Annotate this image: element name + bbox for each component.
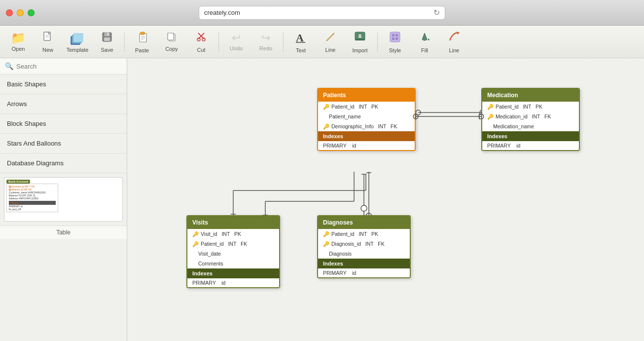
url-bar[interactable]: creately.com ↻	[199, 6, 445, 20]
svg-rect-27	[395, 34, 398, 37]
style-icon	[389, 31, 401, 45]
undo-label: Undo	[230, 45, 243, 51]
svg-rect-13	[168, 33, 174, 40]
patients-header: Patients	[318, 89, 415, 102]
text-button[interactable]: A Text	[286, 28, 315, 56]
template-thumbnail[interactable]: Bank Account ⚿ Account_id INT T FK ⚿ Bra…	[4, 177, 123, 222]
template-button[interactable]: Template	[63, 28, 92, 56]
patients-table[interactable]: Patients 🔑 Patient_id INT PK Patient_nam…	[317, 88, 416, 151]
copy-label: Copy	[165, 46, 178, 52]
key-icon: 🔑	[323, 104, 329, 110]
template-icon	[71, 31, 84, 45]
medication-index-row: PRIMARY id	[482, 141, 579, 150]
template-label: Template	[67, 47, 89, 53]
copy-button[interactable]: Copy	[157, 28, 186, 56]
sidebar-item-label: Block Shapes	[7, 120, 46, 127]
svg-rect-29	[395, 38, 398, 40]
table-row: Diagnosis	[318, 249, 410, 259]
search-input[interactable]	[16, 63, 122, 70]
open-button[interactable]: 📁 Open	[4, 28, 33, 56]
svg-rect-28	[392, 38, 394, 40]
sidebar: 🔍 Basic Shapes Arrows Block Shapes Stars…	[0, 58, 127, 341]
import-button[interactable]: Import	[346, 28, 374, 56]
open-label: Open	[12, 46, 25, 52]
sidebar-item-label: Basic Shapes	[7, 80, 46, 88]
url-text: creately.com	[204, 9, 240, 16]
table-row: 🔑 Diagnosis_id INT FK	[318, 239, 410, 249]
undo-button[interactable]: ↩ Undo	[222, 28, 250, 56]
diagnoses-table[interactable]: Diagnoses 🔑 Patient_id INT PK 🔑 Diagnosi…	[317, 215, 411, 278]
patients-body: 🔑 Patient_id INT PK Patient_name 🔑 Demog…	[318, 102, 415, 131]
style-label: Style	[389, 47, 401, 53]
fill-button[interactable]: Fill	[410, 28, 439, 56]
cut-label: Cut	[197, 47, 205, 53]
visits-table[interactable]: Visits 🔑 Visit_id INT PK 🔑 Patient_id IN…	[186, 215, 280, 288]
key-icon: 🔑	[487, 104, 494, 110]
traffic-lights	[6, 9, 35, 16]
svg-rect-26	[392, 34, 394, 37]
new-button[interactable]: New	[34, 28, 62, 56]
svg-rect-23	[358, 37, 361, 38]
refresh-icon[interactable]: ↻	[433, 8, 440, 17]
table-row: Medication_name	[482, 121, 579, 131]
sidebar-item-database-diagrams[interactable]: Database Diagrams	[0, 153, 127, 173]
redo-button[interactable]: ↪ Redo	[251, 28, 280, 56]
import-icon	[354, 31, 366, 45]
cut-button[interactable]: Cut	[187, 28, 215, 56]
text-label: Text	[296, 47, 306, 53]
diagnoses-body: 🔑 Patient_id INT PK 🔑 Diagnosis_id INT F…	[318, 229, 410, 259]
undo-icon: ↩	[232, 33, 241, 43]
medication-body: 🔑 Patient_id INT PK 🔑 Medication_id INT …	[482, 102, 579, 131]
svg-point-32	[416, 110, 421, 115]
save-button[interactable]: Save	[93, 28, 121, 56]
sidebar-item-stars-balloons[interactable]: Stars And Balloons	[0, 134, 127, 153]
key-icon: 🔑	[323, 231, 329, 237]
redo-label: Redo	[259, 45, 272, 51]
medication-header: Medication	[482, 89, 579, 102]
maximize-button[interactable]	[28, 9, 35, 16]
key-icon: 🔑	[323, 123, 329, 130]
key-icon: 🔑	[192, 241, 199, 247]
canvas-area[interactable]: Patients 🔑 Patient_id INT PK Patient_nam…	[127, 58, 644, 341]
svg-rect-5	[104, 38, 110, 41]
table-row: 🔑 Patient_id INT FK	[187, 239, 279, 249]
table-row: 🔑 Demographic_Info INT FK	[318, 121, 415, 131]
search-icon: 🔍	[5, 62, 13, 70]
patients-index-row: PRIMARY id	[318, 141, 415, 150]
sidebar-item-arrows[interactable]: Arrows	[0, 94, 127, 114]
diagnoses-index-row: PRIMARY id	[318, 268, 410, 277]
fill-icon	[418, 31, 431, 45]
minimize-button[interactable]	[17, 9, 24, 16]
toolbar: 📁 Open New Template	[0, 26, 644, 58]
table-row: 🔑 Patient_id INT PK	[318, 102, 415, 112]
svg-point-52	[361, 205, 367, 211]
sidebar-item-block-shapes[interactable]: Block Shapes	[0, 114, 127, 134]
table-row: Comments	[187, 259, 279, 268]
line-style-icon	[448, 31, 461, 45]
table-row: Patient_name	[318, 112, 415, 121]
redo-icon: ↪	[261, 33, 270, 43]
sidebar-item-basic-shapes[interactable]: Basic Shapes	[0, 75, 127, 94]
key-icon: 🔑	[487, 114, 494, 120]
main-layout: 🔍 Basic Shapes Arrows Block Shapes Stars…	[0, 58, 644, 341]
folder-icon: 📁	[11, 32, 26, 44]
table-row: 🔑 Patient_id INT PK	[318, 229, 410, 239]
style-button[interactable]: Style	[381, 28, 409, 56]
visits-indexes-header: Indexes	[187, 268, 279, 278]
paste-icon	[136, 31, 148, 45]
line-button[interactable]: Line	[316, 28, 345, 56]
sidebar-item-label: Database Diagrams	[7, 159, 64, 167]
search-box: 🔍	[0, 58, 127, 75]
line-style-button[interactable]: Line	[440, 28, 468, 56]
svg-rect-8	[141, 32, 144, 35]
sidebar-item-label: Stars And Balloons	[7, 140, 61, 147]
diagnoses-header: Diagnoses	[318, 216, 410, 229]
text-icon: A	[294, 31, 307, 45]
table-row: Visit_date	[187, 249, 279, 259]
separator-4	[377, 32, 378, 52]
svg-rect-4	[105, 33, 109, 36]
svg-rect-25	[390, 32, 400, 42]
close-button[interactable]	[6, 9, 13, 16]
medication-table[interactable]: Medication 🔑 Patient_id INT PK 🔑 Medicat…	[481, 88, 580, 151]
paste-button[interactable]: Paste	[128, 28, 156, 56]
